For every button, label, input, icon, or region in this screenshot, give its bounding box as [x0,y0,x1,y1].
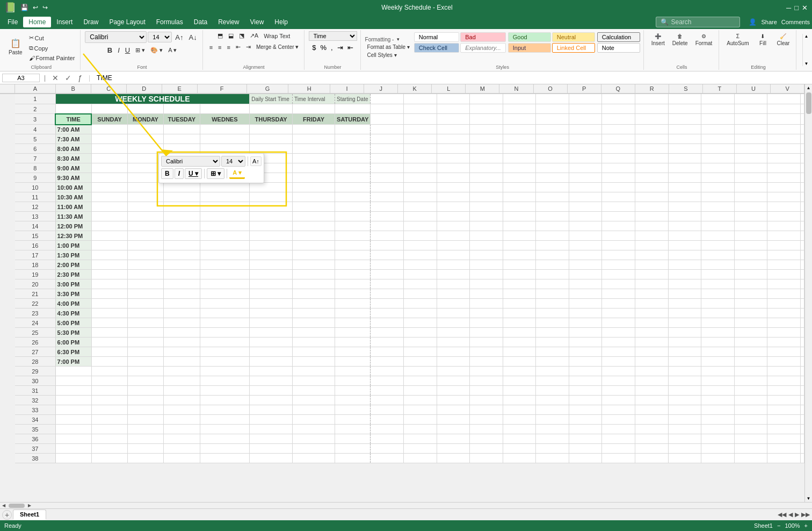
empty-cell-r32c2[interactable] [127,396,163,405]
empty-cell-r36c4[interactable] [200,434,250,444]
empty-cell-r30c1[interactable] [91,376,127,386]
empty-cell-r30c10[interactable] [437,376,470,386]
time-cell-row-16[interactable]: 1:00 PM [55,241,91,250]
table-row[interactable]: 161:00 PM [15,241,804,250]
data-cell-r16c6[interactable] [293,241,335,250]
data-cell-r19c7[interactable] [335,270,371,279]
data-cell-r13c2[interactable] [127,212,163,221]
empty-cell-r32c3[interactable] [164,396,200,405]
empty-cell-r32c10[interactable] [437,396,470,405]
col-header-cell-thursday[interactable]: THURSDAY [250,114,293,125]
empty-cell-r29c21[interactable] [801,367,804,376]
scroll-up-arrow[interactable]: ▲ [806,84,812,91]
data-cell-r4c2[interactable] [127,125,163,134]
col-header-m[interactable]: M [466,84,499,94]
empty-cell-r30c8[interactable] [371,376,404,386]
data-cell-r11c1[interactable] [91,192,127,202]
data-cell-r16c7[interactable] [335,241,371,250]
cancel-formula-btn[interactable]: ✕ [50,74,61,82]
empty-cell-r36c13[interactable] [536,434,569,444]
empty-cell-r32c12[interactable] [503,396,536,405]
empty-cell-r37c10[interactable] [437,444,470,454]
scroll-sheets-next[interactable]: ▶ [795,511,799,518]
empty-cell-r36c10[interactable] [437,434,470,444]
data-cell-r18c3[interactable] [164,260,200,270]
data-cell-r24c1[interactable] [91,318,127,328]
data-cell-r27c3[interactable] [164,347,200,357]
time-cell-row-27[interactable]: 6:30 PM [55,347,91,357]
scroll-sheets-prev[interactable]: ◀ [788,511,793,518]
data-cell-r15c7[interactable] [335,231,371,241]
empty-cell-r38c9[interactable] [403,454,437,463]
data-cell-r28c4[interactable] [200,357,250,367]
empty-cell-r34c19[interactable] [734,415,767,425]
menu-file[interactable]: File [2,17,23,27]
data-cell-r10c1[interactable] [91,183,127,192]
decrease-decimal-btn[interactable]: ⇥ [336,43,345,52]
empty-cell-r29c13[interactable] [536,367,569,376]
time-cell-row-10[interactable]: 10:00 AM [55,183,91,192]
empty-cell-r38c1[interactable] [91,454,127,463]
data-cell-r13c3[interactable] [164,212,200,221]
mini-grow-font-btn[interactable]: A↑ [250,156,262,166]
table-row[interactable]: 2 [15,104,804,114]
col-header-c[interactable]: C [91,84,127,94]
data-cell-r17c2[interactable] [127,250,163,260]
data-cell-r18c6[interactable] [293,260,335,270]
empty-cell-r29c17[interactable] [668,367,701,376]
empty-cell-r34c7[interactable] [335,415,371,425]
empty-cell-r34c12[interactable] [503,415,536,425]
table-row[interactable]: 266:00 PM [15,338,804,347]
data-cell-r11c6[interactable] [293,192,335,202]
empty-cell-r36c5[interactable] [250,434,293,444]
empty-cell-r32c21[interactable] [801,396,804,405]
data-cell-r26c2[interactable] [127,338,163,347]
data-cell-r15c4[interactable] [200,231,250,241]
data-cell-r19c2[interactable] [127,270,163,279]
increase-indent-btn[interactable]: ⇥ [244,42,253,52]
data-cell-r26c1[interactable] [91,338,127,347]
table-row[interactable]: 1412:00 PM [15,221,804,231]
empty-cell-r37c8[interactable] [371,444,404,454]
data-cell-r8c6[interactable] [293,163,335,173]
data-cell-r4c1[interactable] [91,125,127,134]
table-row[interactable]: 68:00 AM [15,144,804,154]
table-row[interactable]: 3TIMESUNDAYMONDAYTUESDAYWEDNESTHURSDAYFR… [15,114,804,125]
data-cell-r25c3[interactable] [164,328,200,338]
table-row[interactable]: 35 [15,425,804,434]
empty-cell-r29c14[interactable] [569,367,602,376]
formula-input[interactable] [95,74,810,82]
time-cell-row-14[interactable]: 12:00 PM [55,221,91,231]
empty-cell-r33c17[interactable] [668,405,701,415]
data-cell-r10c4[interactable] [200,183,250,192]
data-cell-r18c4[interactable] [200,260,250,270]
data-cell-r25c6[interactable] [293,328,335,338]
empty-cell-r33c12[interactable] [503,405,536,415]
data-cell-r8c1[interactable] [91,163,127,173]
data-cell-r27c2[interactable] [127,347,163,357]
empty-cell-r33c19[interactable] [734,405,767,415]
data-cell-r27c6[interactable] [293,347,335,357]
time-cell-row-11[interactable]: 10:30 AM [55,192,91,202]
empty-cell-r33c14[interactable] [569,405,602,415]
empty-cell-r38c5[interactable] [250,454,293,463]
table-row[interactable]: 213:30 PM [15,289,804,299]
data-cell-r18c7[interactable] [335,260,371,270]
empty-cell-r32c14[interactable] [569,396,602,405]
data-cell-r14c2[interactable] [127,221,163,231]
data-cell-r10c7[interactable] [335,183,371,192]
time-cell-row-5[interactable]: 7:30 AM [55,134,91,144]
empty-cell-r31c0[interactable] [55,386,91,396]
empty-cell-r37c16[interactable] [635,444,669,454]
data-cell-r21c2[interactable] [127,289,163,299]
data-cell-r4c3[interactable] [164,125,200,134]
empty-cell-r30c2[interactable] [127,376,163,386]
empty-cell-r37c14[interactable] [569,444,602,454]
col-header-cell-tuesday[interactable]: TUESDAY [164,114,200,125]
data-cell-r9c1[interactable] [91,173,127,183]
empty-cell-r29c7[interactable] [335,367,371,376]
empty-cell-r37c11[interactable] [470,444,503,454]
empty-cell-r29c18[interactable] [701,367,735,376]
empty-cell-r38c19[interactable] [734,454,767,463]
col-header-cell-friday[interactable]: FRIDAY [293,114,335,125]
